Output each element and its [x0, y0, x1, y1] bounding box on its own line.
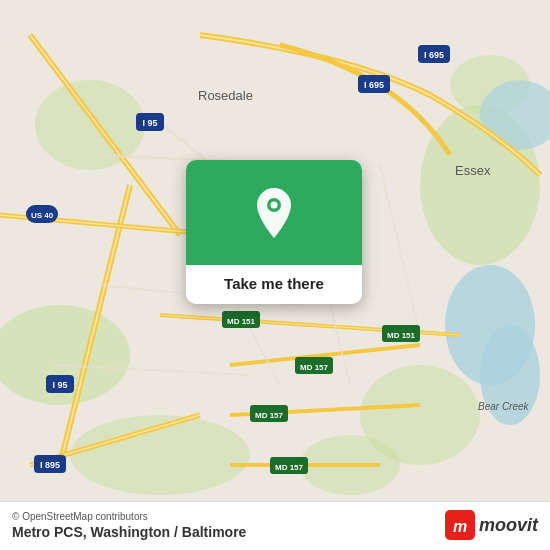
svg-text:MD 151: MD 151: [227, 317, 256, 326]
moovit-label: moovit: [479, 515, 538, 536]
svg-text:US 40: US 40: [31, 211, 54, 220]
popup-card: Take me there: [186, 160, 362, 304]
svg-point-56: [271, 201, 278, 208]
bottom-bar: © OpenStreetMap contributors Metro PCS, …: [0, 501, 550, 550]
moovit-brand-icon: m: [445, 510, 475, 540]
svg-text:m: m: [453, 518, 467, 535]
svg-line-28: [380, 165, 420, 335]
svg-text:I 95: I 95: [52, 380, 67, 390]
svg-text:Rosedale: Rosedale: [198, 88, 253, 103]
svg-text:MD 151: MD 151: [387, 331, 416, 340]
svg-text:I 695: I 695: [424, 50, 444, 60]
osm-credit: © OpenStreetMap contributors: [12, 511, 246, 522]
svg-text:MD 157: MD 157: [275, 463, 304, 472]
take-me-there-button[interactable]: Take me there: [186, 265, 362, 304]
svg-text:I 695: I 695: [364, 80, 384, 90]
moovit-logo: m moovit: [445, 510, 538, 540]
map-container: I 95 I 695 I 695 US 40 I 95 MD 151 MD 15…: [0, 0, 550, 550]
svg-text:Bear Creek: Bear Creek: [478, 401, 530, 412]
location-pin-icon: [252, 186, 296, 240]
svg-text:I 95: I 95: [142, 118, 157, 128]
svg-text:Essex: Essex: [455, 163, 491, 178]
svg-text:MD 157: MD 157: [300, 363, 329, 372]
svg-text:MD 157: MD 157: [255, 411, 284, 420]
location-title: Metro PCS, Washington / Baltimore: [12, 524, 246, 540]
popup-card-header: [186, 160, 362, 265]
svg-text:I 895: I 895: [40, 460, 60, 470]
bottom-left-section: © OpenStreetMap contributors Metro PCS, …: [12, 511, 246, 540]
